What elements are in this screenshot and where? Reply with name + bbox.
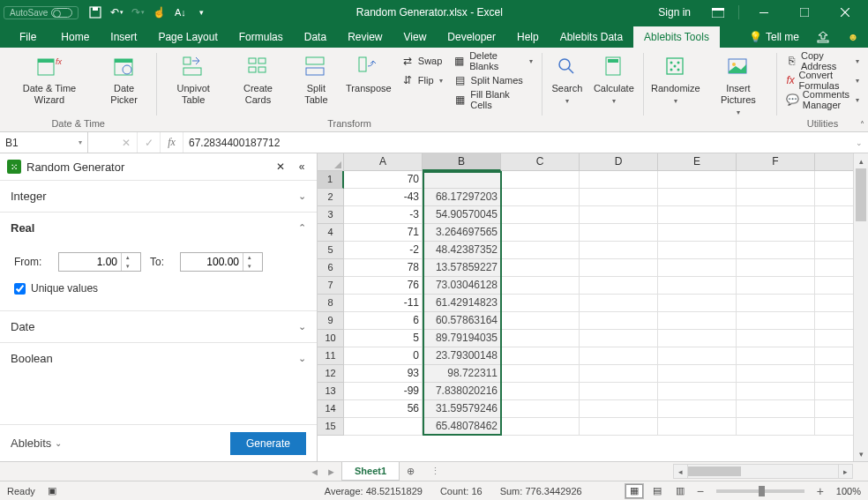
unpivot-button[interactable]: Unpivot Table [162,51,224,108]
sort-icon[interactable]: A↓ [170,3,190,22]
row-header[interactable]: 1 [318,171,344,189]
cell[interactable]: -99 [344,383,423,400]
collapse-ribbon-icon[interactable]: ˄ [860,120,864,130]
cell[interactable] [501,347,580,365]
cell[interactable] [658,277,737,295]
tab-help[interactable]: Help [506,26,550,48]
signin-button[interactable]: Sign in [647,6,701,19]
pane-close-icon[interactable]: ✕ [273,160,288,173]
cell[interactable] [658,224,737,242]
cell[interactable] [658,400,737,418]
select-all-corner[interactable] [318,153,344,171]
ablebits-menu[interactable]: Ablebits⌄ [11,437,62,450]
cell[interactable] [737,330,815,347]
row-header[interactable]: 15 [318,418,344,436]
cell[interactable]: 5 [344,330,423,347]
section-boolean[interactable]: Boolean⌄ [0,343,317,374]
cell[interactable] [658,347,737,365]
tab-developer[interactable]: Developer [437,26,506,48]
cell[interactable] [580,189,658,206]
row-header[interactable]: 5 [318,242,344,259]
cell[interactable] [737,400,815,418]
row-header[interactable]: 4 [318,224,344,242]
cell[interactable] [501,383,580,400]
cell[interactable]: 76 [344,277,423,295]
tab-formulas[interactable]: Formulas [228,26,294,48]
cell[interactable]: 60.57863164 [423,312,501,330]
cell[interactable]: 0 [344,347,423,365]
cell[interactable] [737,312,815,330]
cell[interactable] [580,347,658,365]
cell[interactable]: 31.59579246 [423,400,501,418]
cell[interactable] [501,206,580,224]
cell[interactable]: 6 [344,312,423,330]
cell[interactable] [737,171,815,189]
cell[interactable]: 48.42387352 [423,242,501,259]
delete-blanks-button[interactable]: ▦Delete Blanks▾ [450,51,536,71]
cell[interactable]: 7.838020216 [423,383,501,400]
col-header[interactable]: E [658,153,737,171]
convert-formulas-button[interactable]: fxConvert Formulas▾ [782,71,863,90]
cell[interactable] [580,400,658,418]
tab-ablebits-data[interactable]: Ablebits Data [550,26,633,48]
vertical-scrollbar[interactable]: ▴ ▾ [853,153,868,461]
cell[interactable] [501,312,580,330]
section-date[interactable]: Date⌄ [0,311,317,342]
cell[interactable] [580,295,658,312]
sheet-tab-sheet1[interactable]: Sheet1 [341,462,400,481]
search-button[interactable]: Search▾ [548,51,587,108]
row-header[interactable]: 10 [318,330,344,347]
cell[interactable] [658,312,737,330]
row-header[interactable]: 7 [318,277,344,295]
tab-home[interactable]: Home [50,26,100,48]
cell[interactable] [737,224,815,242]
macro-record-icon[interactable]: ▣ [48,485,56,496]
cell[interactable] [658,418,737,436]
col-header[interactable]: A [344,153,423,171]
cell[interactable] [580,277,658,295]
cell[interactable] [737,295,815,312]
swap-button[interactable]: ⇄Swap [397,51,446,71]
smiley-icon[interactable]: ☻ [838,26,868,48]
transpose-button[interactable]: Transpose [344,51,393,96]
name-box[interactable]: B1▾ [0,132,88,153]
sheet-nav-prev-icon[interactable]: ◄ [310,466,319,477]
zoom-slider[interactable] [716,489,804,493]
tab-insert[interactable]: Insert [100,26,147,48]
cell[interactable] [737,189,815,206]
cell[interactable] [501,400,580,418]
autosave-toggle[interactable]: AutoSave [4,6,79,19]
cell[interactable] [580,383,658,400]
cell[interactable]: 56 [344,400,423,418]
cell[interactable] [501,330,580,347]
cell[interactable] [658,206,737,224]
insert-pictures-button[interactable]: Insert Pictures▾ [706,51,771,120]
pane-collapse-icon[interactable]: « [294,160,310,173]
cell[interactable] [501,277,580,295]
row-header[interactable]: 12 [318,365,344,383]
cell[interactable]: 71 [344,224,423,242]
sheet-tab-split[interactable]: ⋮ [426,466,444,477]
cell[interactable] [737,259,815,277]
touch-mode-icon[interactable]: ☝ [149,3,168,22]
row-header[interactable]: 11 [318,347,344,365]
cell[interactable]: 65.48078462 [423,418,501,436]
minimize-button[interactable] [745,0,783,25]
tab-page-layout[interactable]: Page Layout [147,26,228,48]
flip-button[interactable]: ⇵Flip▾ [397,71,446,90]
row-header[interactable]: 8 [318,295,344,312]
cell[interactable] [501,295,580,312]
close-button[interactable] [826,0,864,25]
section-integer[interactable]: Integer⌄ [0,181,317,212]
cell[interactable] [580,365,658,383]
cell[interactable]: 98.722311 [423,365,501,383]
cell[interactable]: 3.264697565 [423,224,501,242]
cell[interactable] [580,171,658,189]
create-cards-button[interactable]: Create Cards [228,51,288,108]
zoom-level[interactable]: 100% [836,486,861,496]
cell[interactable]: 73.03046128 [423,277,501,295]
cell[interactable] [501,242,580,259]
page-layout-view-icon[interactable]: ▤ [647,483,667,499]
split-names-button[interactable]: ▤Split Names [450,71,536,90]
cell[interactable] [501,171,580,189]
